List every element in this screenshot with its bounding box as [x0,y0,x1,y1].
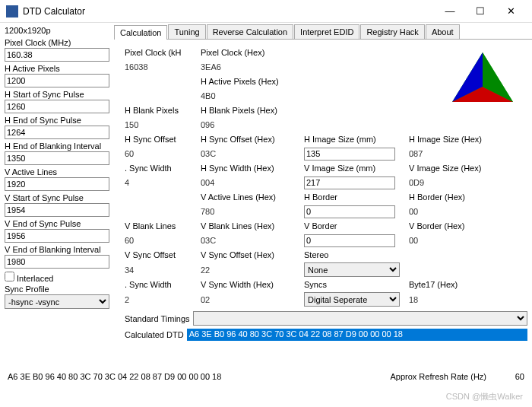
h-active-hex-value: 4B0 [201,91,304,100]
h-end-sync-label: H End of Sync Pulse [5,116,109,125]
h-end-sync-input[interactable] [5,126,109,139]
tab-interpret-edid[interactable]: Interpret EDID [294,24,359,39]
dtd-bytes: A6 3E B0 96 40 80 3C 70 3C 04 22 08 87 D… [8,372,375,381]
h-sync-offset-hex-value: 03C [201,149,304,158]
v-blank-hex-label: V Blank Lines (Hex) [201,221,304,231]
v-sync-offset-value: 34 [125,266,201,275]
calculation-grid: Pixel Clock (kHPixel Clock (Hex) 160383E… [125,46,527,307]
v-sync-width-hex-label: V Sync Width (Hex) [201,280,304,289]
minimize-button[interactable]: — [435,1,465,22]
sync-profile-label: Sync Profile [5,285,109,294]
standard-timings-label: Standard Timings [125,314,190,323]
v-end-blank-label: V End of Blanking Interval [5,245,109,254]
v-end-blank-input[interactable] [5,255,109,269]
h-sync-offset-value: 60 [125,149,201,158]
v-sync-width-label: . Sync Width [125,280,201,289]
stereo-label: Stereo [304,250,409,259]
left-panel: 1200x1920p Pixel Clock (MHz) H Active Pi… [0,23,114,373]
h-end-blank-input[interactable] [5,151,109,165]
v-active-hex-label: V Active Lines (Hex) [201,192,304,202]
v-image-size-hex-value: 0D9 [409,178,508,187]
byte17-hex-value: 18 [409,295,508,304]
h-sync-offset-hex-label: H Sync Offset (Hex) [201,135,304,144]
v-end-sync-label: V End of Sync Pulse [5,219,109,228]
v-image-size-hex-label: V Image Size (Hex) [409,164,508,173]
refresh-rate-value: 60 [502,372,524,381]
tab-reverse[interactable]: Reverse Calculation [207,24,293,39]
sync-profile-select[interactable]: -hsync -vsync [5,294,109,309]
v-active-hex-value: 780 [201,207,304,216]
calculated-dtd-label: Calculated DTD [125,330,184,339]
h-active-input[interactable] [5,74,109,87]
syncs-label: Syncs [304,280,409,289]
tab-about[interactable]: About [426,24,460,39]
h-border-hex-value: 00 [409,207,508,216]
pixel-clock-hex-label: Pixel Clock (Hex) [201,48,304,57]
v-sync-width-hex-value: 02 [201,295,304,304]
standard-timings-select[interactable] [193,311,527,326]
h-blank-value: 150 [125,120,201,129]
v-active-input[interactable] [5,177,109,191]
pixel-clock-label: Pixel Clock (MHz) [5,38,109,47]
h-sync-width-hex-label: H Sync Width (Hex) [201,164,304,173]
h-blank-hex-label: H Blank Pixels (Hex) [201,106,304,115]
stereo-select[interactable]: None [304,262,400,277]
v-sync-offset-hex-value: 22 [201,266,304,275]
h-border-input[interactable] [304,205,395,218]
v-blank-label: V Blank Lines [125,221,201,231]
pixel-clock-hex-value: 3EA6 [201,62,304,72]
byte17-hex-label: Byte17 (Hex) [409,280,508,289]
bottom-bar: A6 3E B0 96 40 80 3C 70 3C 04 22 08 87 D… [8,372,524,381]
h-blank-hex-value: 096 [201,120,304,129]
app-icon [6,5,18,17]
v-start-sync-input[interactable] [5,203,109,217]
pixel-clock-kh-value: 16038 [125,62,201,72]
resolution-label: 1200x1920p [5,26,109,35]
h-sync-width-label: . Sync Width [125,164,201,173]
h-image-size-label: H Image Size (mm) [304,135,409,144]
v-sync-offset-label: V Sync Offset [125,250,201,259]
h-active-label: H Active Pixels [5,64,109,73]
v-image-size-input[interactable] [304,176,395,189]
v-active-label: V Active Lines [5,167,109,176]
h-image-size-input[interactable] [304,148,395,161]
interlaced-label: Interlaced [17,274,53,283]
watermark: CSDN @懒虫Walker [446,391,523,402]
v-blank-value: 60 [125,236,201,245]
interlaced-checkbox[interactable]: Interlaced [5,272,109,283]
h-blank-label: H Blank Pixels [125,106,201,115]
v-image-size-label: V Image Size (mm) [304,164,409,173]
h-image-size-hex-value: 087 [409,149,508,158]
tab-tuning[interactable]: Tuning [168,24,205,39]
titlebar: DTD Calculator — ☐ ✕ [0,0,532,23]
v-sync-offset-hex-label: V Sync Offset (Hex) [201,250,304,259]
calculated-dtd-value[interactable]: A6 3E B0 96 40 80 3C 70 3C 04 22 08 87 D… [187,329,527,341]
h-end-blank-label: H End of Blanking Interval [5,141,109,151]
v-border-hex-value: 00 [409,236,508,245]
tab-calculation[interactable]: Calculation [114,25,167,40]
pixel-clock-kh-label: Pixel Clock (kH [125,48,201,57]
tab-registry-hack[interactable]: Registry Hack [360,24,424,39]
window-title: DTD Calculator [23,6,435,17]
h-start-sync-label: H Start of Sync Pulse [5,90,109,99]
h-image-size-hex-label: H Image Size (Hex) [409,135,508,144]
refresh-rate-label: Approx Refresh Rate (Hz) [390,372,486,381]
v-border-input[interactable] [304,234,395,247]
tab-bar: Calculation Tuning Reverse Calculation I… [114,23,532,40]
pixel-clock-input[interactable] [5,48,109,62]
h-sync-offset-label: H Sync Offset [125,135,201,144]
v-end-sync-input[interactable] [5,229,109,243]
h-sync-width-value: 4 [125,178,201,187]
syncs-select[interactable]: Digital Seperate [304,292,400,307]
maximize-button[interactable]: ☐ [465,1,496,22]
h-start-sync-input[interactable] [5,100,109,113]
v-sync-width-value: 2 [125,295,201,304]
v-border-hex-label: V Border (Hex) [409,221,508,231]
v-start-sync-label: V Start of Sync Pulse [5,193,109,202]
h-active-hex-label: H Active Pixels (Hex) [201,77,304,86]
close-button[interactable]: ✕ [496,1,526,22]
h-border-hex-label: H Border (Hex) [409,192,508,202]
v-blank-hex-value: 03C [201,236,304,245]
v-border-label: V Border [304,221,409,231]
h-border-label: H Border [304,192,409,202]
